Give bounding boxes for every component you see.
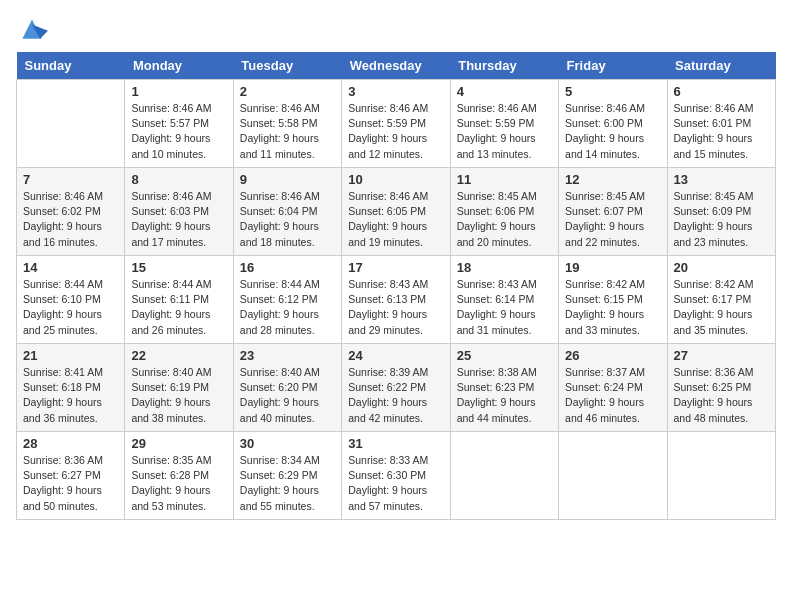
cell-details: Sunrise: 8:42 AMSunset: 6:17 PMDaylight:… xyxy=(674,277,769,338)
date-number: 3 xyxy=(348,84,443,99)
cell-details: Sunrise: 8:41 AMSunset: 6:18 PMDaylight:… xyxy=(23,365,118,426)
cell-details: Sunrise: 8:40 AMSunset: 6:19 PMDaylight:… xyxy=(131,365,226,426)
calendar-cell: 2Sunrise: 8:46 AMSunset: 5:58 PMDaylight… xyxy=(233,80,341,168)
date-number: 16 xyxy=(240,260,335,275)
cell-details: Sunrise: 8:46 AMSunset: 6:05 PMDaylight:… xyxy=(348,189,443,250)
date-number: 10 xyxy=(348,172,443,187)
date-number: 7 xyxy=(23,172,118,187)
calendar-cell: 18Sunrise: 8:43 AMSunset: 6:14 PMDayligh… xyxy=(450,256,558,344)
page-header xyxy=(16,16,776,44)
calendar-cell xyxy=(667,432,775,520)
calendar-cell: 23Sunrise: 8:40 AMSunset: 6:20 PMDayligh… xyxy=(233,344,341,432)
date-number: 17 xyxy=(348,260,443,275)
week-row-3: 14Sunrise: 8:44 AMSunset: 6:10 PMDayligh… xyxy=(17,256,776,344)
calendar-cell xyxy=(559,432,667,520)
cell-details: Sunrise: 8:45 AMSunset: 6:06 PMDaylight:… xyxy=(457,189,552,250)
calendar-cell: 17Sunrise: 8:43 AMSunset: 6:13 PMDayligh… xyxy=(342,256,450,344)
date-number: 29 xyxy=(131,436,226,451)
date-number: 5 xyxy=(565,84,660,99)
cell-details: Sunrise: 8:40 AMSunset: 6:20 PMDaylight:… xyxy=(240,365,335,426)
date-number: 31 xyxy=(348,436,443,451)
cell-details: Sunrise: 8:36 AMSunset: 6:27 PMDaylight:… xyxy=(23,453,118,514)
date-number: 12 xyxy=(565,172,660,187)
cell-details: Sunrise: 8:46 AMSunset: 6:00 PMDaylight:… xyxy=(565,101,660,162)
calendar-cell: 6Sunrise: 8:46 AMSunset: 6:01 PMDaylight… xyxy=(667,80,775,168)
cell-details: Sunrise: 8:46 AMSunset: 6:02 PMDaylight:… xyxy=(23,189,118,250)
calendar-cell: 28Sunrise: 8:36 AMSunset: 6:27 PMDayligh… xyxy=(17,432,125,520)
date-number: 18 xyxy=(457,260,552,275)
calendar-cell: 11Sunrise: 8:45 AMSunset: 6:06 PMDayligh… xyxy=(450,168,558,256)
date-number: 20 xyxy=(674,260,769,275)
cell-details: Sunrise: 8:45 AMSunset: 6:07 PMDaylight:… xyxy=(565,189,660,250)
calendar-cell: 12Sunrise: 8:45 AMSunset: 6:07 PMDayligh… xyxy=(559,168,667,256)
date-number: 26 xyxy=(565,348,660,363)
cell-details: Sunrise: 8:33 AMSunset: 6:30 PMDaylight:… xyxy=(348,453,443,514)
date-number: 19 xyxy=(565,260,660,275)
calendar-cell: 10Sunrise: 8:46 AMSunset: 6:05 PMDayligh… xyxy=(342,168,450,256)
calendar-cell: 1Sunrise: 8:46 AMSunset: 5:57 PMDaylight… xyxy=(125,80,233,168)
cell-details: Sunrise: 8:42 AMSunset: 6:15 PMDaylight:… xyxy=(565,277,660,338)
calendar-cell: 16Sunrise: 8:44 AMSunset: 6:12 PMDayligh… xyxy=(233,256,341,344)
week-row-4: 21Sunrise: 8:41 AMSunset: 6:18 PMDayligh… xyxy=(17,344,776,432)
cell-details: Sunrise: 8:37 AMSunset: 6:24 PMDaylight:… xyxy=(565,365,660,426)
day-header-sunday: Sunday xyxy=(17,52,125,80)
date-number: 2 xyxy=(240,84,335,99)
week-row-2: 7Sunrise: 8:46 AMSunset: 6:02 PMDaylight… xyxy=(17,168,776,256)
date-number: 24 xyxy=(348,348,443,363)
date-number: 4 xyxy=(457,84,552,99)
calendar-cell: 27Sunrise: 8:36 AMSunset: 6:25 PMDayligh… xyxy=(667,344,775,432)
cell-details: Sunrise: 8:46 AMSunset: 6:03 PMDaylight:… xyxy=(131,189,226,250)
calendar-cell: 22Sunrise: 8:40 AMSunset: 6:19 PMDayligh… xyxy=(125,344,233,432)
date-number: 8 xyxy=(131,172,226,187)
cell-details: Sunrise: 8:38 AMSunset: 6:23 PMDaylight:… xyxy=(457,365,552,426)
cell-details: Sunrise: 8:46 AMSunset: 5:59 PMDaylight:… xyxy=(457,101,552,162)
date-number: 11 xyxy=(457,172,552,187)
cell-details: Sunrise: 8:43 AMSunset: 6:13 PMDaylight:… xyxy=(348,277,443,338)
date-number: 15 xyxy=(131,260,226,275)
cell-details: Sunrise: 8:46 AMSunset: 5:58 PMDaylight:… xyxy=(240,101,335,162)
calendar-cell: 25Sunrise: 8:38 AMSunset: 6:23 PMDayligh… xyxy=(450,344,558,432)
cell-details: Sunrise: 8:45 AMSunset: 6:09 PMDaylight:… xyxy=(674,189,769,250)
calendar-cell: 19Sunrise: 8:42 AMSunset: 6:15 PMDayligh… xyxy=(559,256,667,344)
week-row-5: 28Sunrise: 8:36 AMSunset: 6:27 PMDayligh… xyxy=(17,432,776,520)
week-row-1: 1Sunrise: 8:46 AMSunset: 5:57 PMDaylight… xyxy=(17,80,776,168)
day-header-wednesday: Wednesday xyxy=(342,52,450,80)
cell-details: Sunrise: 8:43 AMSunset: 6:14 PMDaylight:… xyxy=(457,277,552,338)
calendar-cell: 29Sunrise: 8:35 AMSunset: 6:28 PMDayligh… xyxy=(125,432,233,520)
cell-details: Sunrise: 8:36 AMSunset: 6:25 PMDaylight:… xyxy=(674,365,769,426)
cell-details: Sunrise: 8:46 AMSunset: 6:01 PMDaylight:… xyxy=(674,101,769,162)
calendar-cell: 15Sunrise: 8:44 AMSunset: 6:11 PMDayligh… xyxy=(125,256,233,344)
cell-details: Sunrise: 8:46 AMSunset: 6:04 PMDaylight:… xyxy=(240,189,335,250)
date-number: 23 xyxy=(240,348,335,363)
day-header-monday: Monday xyxy=(125,52,233,80)
cell-details: Sunrise: 8:35 AMSunset: 6:28 PMDaylight:… xyxy=(131,453,226,514)
date-number: 28 xyxy=(23,436,118,451)
cell-details: Sunrise: 8:44 AMSunset: 6:11 PMDaylight:… xyxy=(131,277,226,338)
calendar-cell: 24Sunrise: 8:39 AMSunset: 6:22 PMDayligh… xyxy=(342,344,450,432)
header-row: SundayMondayTuesdayWednesdayThursdayFrid… xyxy=(17,52,776,80)
cell-details: Sunrise: 8:44 AMSunset: 6:10 PMDaylight:… xyxy=(23,277,118,338)
calendar-cell xyxy=(450,432,558,520)
logo-icon xyxy=(16,16,48,44)
calendar-cell: 5Sunrise: 8:46 AMSunset: 6:00 PMDaylight… xyxy=(559,80,667,168)
calendar-table: SundayMondayTuesdayWednesdayThursdayFrid… xyxy=(16,52,776,520)
cell-details: Sunrise: 8:46 AMSunset: 5:57 PMDaylight:… xyxy=(131,101,226,162)
cell-details: Sunrise: 8:34 AMSunset: 6:29 PMDaylight:… xyxy=(240,453,335,514)
calendar-cell: 7Sunrise: 8:46 AMSunset: 6:02 PMDaylight… xyxy=(17,168,125,256)
day-header-thursday: Thursday xyxy=(450,52,558,80)
date-number: 22 xyxy=(131,348,226,363)
date-number: 21 xyxy=(23,348,118,363)
calendar-cell: 4Sunrise: 8:46 AMSunset: 5:59 PMDaylight… xyxy=(450,80,558,168)
calendar-cell: 20Sunrise: 8:42 AMSunset: 6:17 PMDayligh… xyxy=(667,256,775,344)
day-header-saturday: Saturday xyxy=(667,52,775,80)
date-number: 1 xyxy=(131,84,226,99)
date-number: 14 xyxy=(23,260,118,275)
logo xyxy=(16,16,52,44)
date-number: 25 xyxy=(457,348,552,363)
calendar-cell: 26Sunrise: 8:37 AMSunset: 6:24 PMDayligh… xyxy=(559,344,667,432)
calendar-cell: 31Sunrise: 8:33 AMSunset: 6:30 PMDayligh… xyxy=(342,432,450,520)
calendar-cell: 8Sunrise: 8:46 AMSunset: 6:03 PMDaylight… xyxy=(125,168,233,256)
cell-details: Sunrise: 8:44 AMSunset: 6:12 PMDaylight:… xyxy=(240,277,335,338)
date-number: 13 xyxy=(674,172,769,187)
date-number: 27 xyxy=(674,348,769,363)
